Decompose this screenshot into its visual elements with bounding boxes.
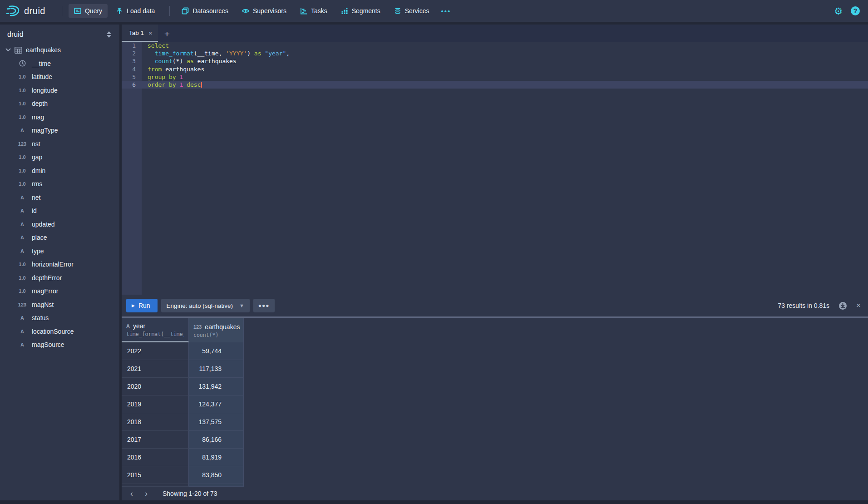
column-label: updated [32,221,55,228]
run-button[interactable]: ▶ Run [126,299,158,312]
nav-item-datasources[interactable]: Datasources [176,4,234,18]
sidebar-column-depthError[interactable]: 1.0depthError [0,271,119,285]
cell-earthquakes[interactable]: 86,166 [189,431,244,449]
string-type-icon: A [17,248,28,254]
druid-console: druid Query Load data Datasources [0,0,868,504]
float-type-icon: 1.0 [17,101,28,106]
engine-select-button[interactable]: Engine: auto (sql-native) ▼ [161,299,250,312]
nav-item-query[interactable]: Query [69,4,108,18]
cell-earthquakes[interactable]: 124,377 [189,395,244,413]
table-row[interactable]: 2020131,942 [122,378,868,395]
download-icon[interactable] [838,301,847,310]
sidebar-column-depth[interactable]: 1.0depth [0,97,119,111]
nav-more-button[interactable]: ••• [437,5,454,18]
cell-year[interactable]: 2018 [122,413,189,431]
sidebar-column-gap[interactable]: 1.0gap [0,151,119,164]
column-label: magNst [32,301,54,308]
table-row[interactable]: 2019124,377 [122,395,868,413]
add-tab-button[interactable]: + [158,26,176,42]
nav-item-tasks[interactable]: Tasks [295,4,333,18]
cell-earthquakes[interactable]: 81,919 [189,449,244,466]
sidebar-column-latitude[interactable]: 1.0latitude [0,70,119,84]
nav-item-services[interactable]: Services [389,4,435,18]
table-row[interactable]: 201583,850 [122,466,868,484]
nav-item-segments[interactable]: Segments [335,4,386,18]
sidebar-column-__time[interactable]: __time [0,57,119,70]
sidebar-column-place[interactable]: Aplace [0,231,119,245]
column-label: magType [32,127,58,134]
code-line-4[interactable]: 4from earthquakes [122,65,868,73]
column-header-year[interactable]: Ayear time_format(__time, … [122,318,189,342]
cell-earthquakes[interactable]: 131,942 [189,378,244,395]
main-panel: Tab 1 × + 1select2 time_format(__time, '… [122,25,868,500]
sidebar-column-magNst[interactable]: 123magNst [0,298,119,311]
int-type-icon: 123 [17,302,28,307]
eye-icon [242,7,249,15]
sidebar-column-status[interactable]: Astatus [0,311,119,325]
table-row[interactable]: 201786,166 [122,431,868,449]
sidebar-column-dmin[interactable]: 1.0dmin [0,164,119,178]
cell-year[interactable]: 2016 [122,449,189,466]
tab-tab1[interactable]: Tab 1 × [122,25,158,42]
prev-page-icon[interactable]: ‹ [125,488,138,499]
cell-earthquakes[interactable]: 137,575 [189,413,244,431]
cell-year[interactable]: 2017 [122,431,189,449]
settings-gear-icon[interactable]: ⚙ [834,6,843,16]
tree-table-earthquakes[interactable]: earthquakes [0,43,119,57]
cell-year[interactable]: 2022 [122,342,189,360]
sidebar-column-rms[interactable]: 1.0rms [0,178,119,191]
table-row[interactable]: 201681,919 [122,449,868,466]
column-label: horizontalError [32,261,74,268]
sidebar-column-mag[interactable]: 1.0mag [0,110,119,124]
code-line-3[interactable]: 3 count(*) as earthquakes [122,57,868,65]
string-type-icon: A [17,222,28,227]
sidebar-column-id[interactable]: Aid [0,204,119,218]
sidebar-column-nst[interactable]: 123nst [0,137,119,151]
sidebar-column-longitude[interactable]: 1.0longitude [0,84,119,97]
sort-toggle-icon[interactable] [106,30,112,39]
sidebar-column-horizontalError[interactable]: 1.0horizontalError [0,258,119,272]
code-line-6[interactable]: 6order by 1 desc [122,81,868,89]
results-header: Ayear time_format(__time, … 123earthquak… [122,318,868,342]
line-number: 1 [122,42,142,49]
table-row[interactable]: 2018137,575 [122,413,868,431]
druid-logo[interactable]: druid [6,5,45,17]
nav-item-label: Load data [127,7,155,15]
table-row[interactable]: 2021117,133 [122,360,868,378]
query-more-button[interactable]: ●●● [253,299,275,312]
next-page-icon[interactable]: › [140,488,153,499]
sidebar-column-locationSource[interactable]: AlocationSource [0,325,119,338]
cell-earthquakes[interactable]: 59,744 [189,342,244,360]
tab-close-icon[interactable]: × [148,29,153,37]
help-icon[interactable]: ? [851,6,860,15]
sidebar-column-net[interactable]: Anet [0,191,119,204]
nav-item-load-data[interactable]: Load data [110,4,160,18]
sql-editor[interactable]: 1select2 time_format(__time, 'YYYY') as … [122,42,868,295]
sidebar-column-magError[interactable]: 1.0magError [0,285,119,298]
result-summary: 73 results in 0.81s [778,302,829,309]
nav-item-supervisors[interactable]: Supervisors [237,4,292,18]
query-tab-bar: Tab 1 × + [122,25,868,42]
sidebar-column-magSource[interactable]: AmagSource [0,338,119,352]
cell-year[interactable]: 2015 [122,466,189,484]
close-results-icon[interactable]: × [856,301,861,310]
sidebar-column-magType[interactable]: AmagType [0,124,119,138]
cell-earthquakes[interactable]: 83,850 [189,466,244,484]
cell-year[interactable]: 2019 [122,395,189,413]
number-type-icon: 123 [193,324,202,330]
code-line-2[interactable]: 2 time_format(__time, 'YYYY') as "year", [122,49,868,57]
table-row[interactable]: 202259,744 [122,342,868,360]
column-header-earthquakes[interactable]: 123earthquakes count(*) [189,318,244,342]
nav-separator [62,6,62,16]
column-label: nst [32,140,40,148]
cell-year[interactable]: 2020 [122,378,189,395]
cell-earthquakes[interactable]: 117,133 [189,360,244,378]
float-type-icon: 1.0 [17,181,28,187]
string-type-icon: A [17,195,28,200]
code-line-1[interactable]: 1select [122,42,868,49]
code-line-5[interactable]: 5group by 1 [122,73,868,81]
sidebar-column-type[interactable]: Atype [0,244,119,258]
cell-year[interactable]: 2021 [122,360,189,378]
sidebar-column-updated[interactable]: Aupdated [0,217,119,231]
float-type-icon: 1.0 [17,288,28,294]
